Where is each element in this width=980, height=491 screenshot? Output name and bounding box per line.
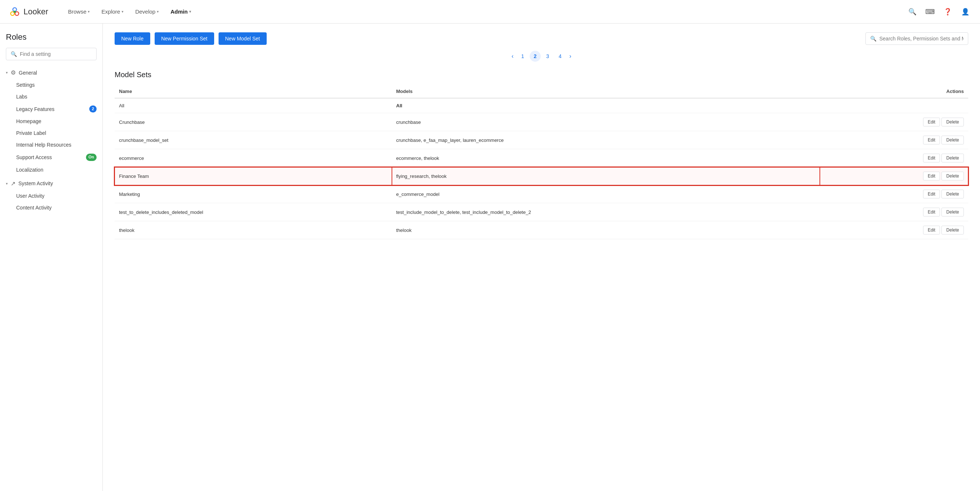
new-model-set-button[interactable]: New Model Set — [218, 32, 267, 45]
search-icon-btn[interactable]: 🔍 — [907, 6, 918, 18]
model-sets-section: Model Sets Name Models Actions AllAllCru… — [115, 70, 968, 239]
delete-button[interactable]: Delete — [942, 172, 964, 180]
system-activity-label: System Activity — [18, 180, 53, 187]
sidebar-search-container[interactable]: 🔍 — [6, 48, 97, 60]
logo-text: Looker — [24, 7, 48, 16]
nav-explore[interactable]: Explore ▾ — [96, 5, 129, 18]
toolbar: New Role New Permission Set New Model Se… — [115, 32, 968, 45]
col-models: Models — [392, 85, 820, 98]
table-row: test_to_delete_includes_deleted_modeltes… — [115, 203, 968, 221]
new-role-button[interactable]: New Role — [115, 32, 150, 45]
cell-name: thelook — [115, 221, 392, 239]
sidebar-item-internal-help[interactable]: Internal Help Resources — [0, 139, 102, 151]
new-permission-set-button[interactable]: New Permission Set — [154, 32, 214, 45]
cell-name: All — [115, 98, 392, 113]
nav-browse[interactable]: Browse ▾ — [63, 5, 95, 18]
nav-develop[interactable]: Develop ▾ — [130, 5, 164, 18]
cell-models: test_include_model_to_delete, test_inclu… — [392, 203, 820, 221]
sidebar-item-legacy-features[interactable]: Legacy Features 2 — [0, 102, 102, 115]
delete-button[interactable]: Delete — [942, 118, 964, 126]
sidebar-section-system-activity: ▾ ↗ System Activity User Activity Conten… — [0, 177, 102, 214]
table-row: ecommerceecommerce, thelookEditDelete — [115, 149, 968, 167]
sidebar-section-general: ▾ ⚙ General Settings Labs Legacy Feature… — [0, 66, 102, 176]
sidebar-item-settings[interactable]: Settings — [0, 79, 102, 91]
help-icon-btn[interactable]: ❓ — [942, 6, 953, 18]
table-row: Marketinge_commerce_modelEditDelete — [115, 185, 968, 203]
logo[interactable]: Looker — [9, 6, 48, 18]
legacy-features-badge: 2 — [89, 105, 97, 112]
page-title: Roles — [0, 29, 102, 48]
sidebar-item-user-activity[interactable]: User Activity — [0, 190, 102, 202]
roles-search-input[interactable] — [879, 36, 964, 41]
cell-models: flying_research, thelook — [392, 167, 820, 185]
main-layout: Roles 🔍 ▾ ⚙ General Settings Labs Legacy… — [0, 24, 980, 491]
sidebar-item-support-access[interactable]: Support Access On — [0, 151, 102, 164]
cell-actions — [820, 98, 968, 113]
develop-chevron-icon: ▾ — [157, 10, 159, 14]
keyboard-icon-btn[interactable]: ⌨ — [924, 6, 936, 18]
edit-button[interactable]: Edit — [923, 208, 940, 217]
roles-search-container[interactable]: 🔍 — [865, 32, 968, 45]
edit-button[interactable]: Edit — [923, 118, 940, 126]
general-chevron-icon: ▾ — [6, 70, 8, 75]
cell-models: crunchbase, e_faa_map_layer, lauren_ecom… — [392, 131, 820, 149]
table-header-row: Name Models Actions — [115, 85, 968, 98]
cell-models: thelook — [392, 221, 820, 239]
cell-name: crunchbase_model_set — [115, 131, 392, 149]
pagination-page-3[interactable]: 3 — [542, 51, 553, 62]
sidebar-item-content-activity[interactable]: Content Activity — [0, 202, 102, 214]
cell-actions: EditDelete — [820, 167, 968, 185]
sidebar-section-general-header[interactable]: ▾ ⚙ General — [0, 66, 102, 79]
pagination-next[interactable]: › — [567, 51, 573, 61]
pagination-page-2[interactable]: 2 — [530, 51, 541, 62]
cell-models: All — [392, 98, 820, 113]
sidebar-search-input[interactable] — [20, 51, 92, 57]
nav-admin[interactable]: Admin ▾ — [165, 5, 196, 18]
sidebar-item-private-label[interactable]: Private Label — [0, 127, 102, 139]
general-section-label: General — [19, 70, 37, 76]
cell-actions: EditDelete — [820, 149, 968, 167]
sidebar: Roles 🔍 ▾ ⚙ General Settings Labs Legacy… — [0, 24, 103, 491]
model-sets-title: Model Sets — [115, 70, 968, 79]
cell-actions: EditDelete — [820, 131, 968, 149]
sidebar-item-labs[interactable]: Labs — [0, 91, 102, 102]
explore-chevron-icon: ▾ — [122, 10, 123, 14]
edit-button[interactable]: Edit — [923, 226, 940, 234]
table-row: AllAll — [115, 98, 968, 113]
edit-button[interactable]: Edit — [923, 154, 940, 163]
sidebar-item-localization[interactable]: Localization — [0, 164, 102, 176]
support-access-badge: On — [86, 154, 97, 161]
cell-name: ecommerce — [115, 149, 392, 167]
admin-chevron-icon: ▾ — [189, 10, 191, 14]
cell-actions: EditDelete — [820, 185, 968, 203]
pagination-page-1[interactable]: 1 — [517, 51, 528, 62]
user-icon-btn[interactable]: 👤 — [959, 6, 971, 18]
cell-name: Finance Team — [115, 167, 392, 185]
system-activity-icon: ↗ — [11, 180, 16, 187]
edit-button[interactable]: Edit — [923, 136, 940, 144]
cell-actions: EditDelete — [820, 221, 968, 239]
table-row: thelookthelookEditDelete — [115, 221, 968, 239]
edit-button[interactable]: Edit — [923, 172, 940, 180]
cell-actions: EditDelete — [820, 203, 968, 221]
top-navigation: Looker Browse ▾ Explore ▾ Develop ▾ Admi… — [0, 0, 980, 24]
cell-name: Crunchbase — [115, 113, 392, 131]
model-sets-table: Name Models Actions AllAllCrunchbasecrun… — [115, 85, 968, 239]
pagination-prev[interactable]: ‹ — [509, 51, 516, 61]
col-actions: Actions — [820, 85, 968, 98]
pagination-page-4[interactable]: 4 — [555, 51, 566, 62]
delete-button[interactable]: Delete — [942, 226, 964, 234]
cell-models: crunchbase — [392, 113, 820, 131]
delete-button[interactable]: Delete — [942, 190, 964, 198]
cell-actions: EditDelete — [820, 113, 968, 131]
delete-button[interactable]: Delete — [942, 208, 964, 217]
sidebar-item-homepage[interactable]: Homepage — [0, 115, 102, 127]
svg-point-3 — [14, 11, 16, 13]
roles-search-icon: 🔍 — [870, 36, 877, 41]
table-row: CrunchbasecrunchbaseEditDelete — [115, 113, 968, 131]
sidebar-search-icon: 🔍 — [11, 51, 17, 57]
delete-button[interactable]: Delete — [942, 136, 964, 144]
edit-button[interactable]: Edit — [923, 190, 940, 198]
sidebar-section-system-activity-header[interactable]: ▾ ↗ System Activity — [0, 177, 102, 190]
delete-button[interactable]: Delete — [942, 154, 964, 163]
